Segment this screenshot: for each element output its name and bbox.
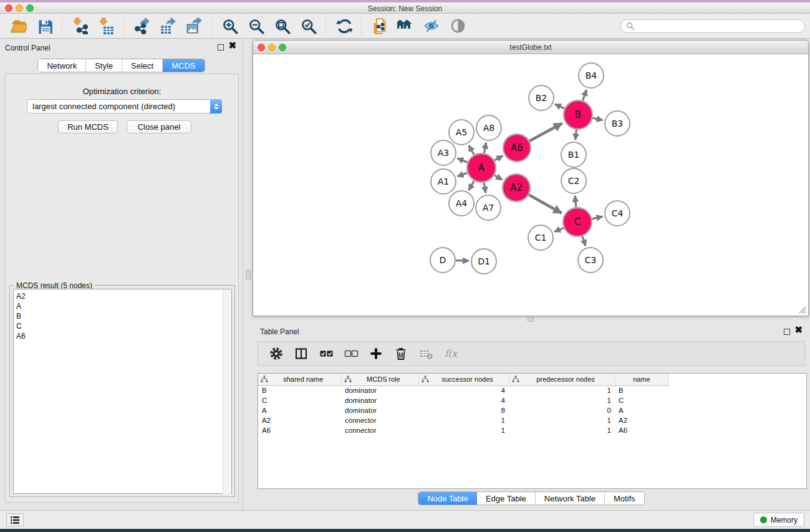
node-C[interactable]: C	[563, 208, 592, 236]
export-table-button[interactable]	[155, 16, 181, 37]
node-A4[interactable]: A4	[449, 191, 474, 216]
node-A7[interactable]: A7	[476, 195, 501, 220]
column-header-successor-nodes[interactable]: successor nodes	[418, 374, 509, 385]
export-network-button[interactable]	[128, 16, 155, 37]
cell-successor-nodes[interactable]: 8	[418, 405, 509, 415]
node-A1[interactable]: A1	[431, 169, 456, 194]
cell-successor-nodes[interactable]: 1	[418, 425, 509, 435]
cell-predecessor-nodes[interactable]: 1	[509, 385, 615, 395]
result-item[interactable]: A6	[16, 331, 231, 341]
cell-shared-name[interactable]: B	[258, 385, 341, 395]
node-B[interactable]: B	[564, 100, 592, 129]
cell-MCDS-role[interactable]: dominator	[341, 405, 418, 415]
table-row[interactable]: Adominator80A	[258, 405, 668, 415]
cell-shared-name[interactable]: A6	[258, 425, 341, 435]
node-C4[interactable]: C4	[605, 201, 630, 226]
edge-B-B3[interactable]	[592, 118, 602, 120]
zoom-in-button[interactable]	[216, 16, 243, 37]
select-all-button[interactable]	[316, 344, 337, 364]
node-B1[interactable]: B1	[561, 142, 586, 167]
node-A8[interactable]: A8	[476, 115, 501, 140]
edge-A-A2[interactable]	[494, 175, 503, 180]
resize-grip-icon[interactable]	[798, 305, 806, 314]
table-row[interactable]: A2connector11A2	[258, 415, 668, 425]
node-C2[interactable]: C2	[561, 168, 586, 193]
zoom-selected-button[interactable]	[295, 16, 321, 37]
result-item[interactable]: B	[16, 311, 231, 321]
tab-mcds[interactable]: MCDS	[163, 59, 204, 72]
tab-node-table[interactable]: Node Table	[418, 492, 477, 505]
float-panel-icon[interactable]	[218, 44, 224, 51]
tab-select[interactable]: Select	[122, 59, 163, 72]
search-box[interactable]	[620, 19, 805, 33]
node-D[interactable]: D	[430, 248, 455, 273]
edge-A-A4[interactable]	[469, 181, 475, 190]
cell-successor-nodes[interactable]: 1	[418, 415, 509, 425]
open-session-button[interactable]	[5, 16, 31, 37]
edge-C-C4[interactable]	[592, 216, 602, 219]
table-row[interactable]: A6connector11A6	[258, 425, 668, 435]
cell-name[interactable]: A2	[615, 415, 668, 425]
run-mcds-button[interactable]: Run MCDS	[58, 120, 118, 133]
node-A3[interactable]: A3	[431, 140, 456, 165]
close-panel-icon[interactable]: ✖	[228, 41, 236, 50]
node-B2[interactable]: B2	[529, 85, 554, 110]
edge-A-A6[interactable]	[494, 156, 503, 161]
tab-network-table[interactable]: Network Table	[536, 492, 605, 505]
cell-name[interactable]: C	[615, 395, 668, 405]
hide-panels-button[interactable]	[418, 16, 445, 37]
cell-name[interactable]: A	[615, 405, 668, 415]
cell-MCDS-role[interactable]: connector	[341, 415, 418, 425]
node-B4[interactable]: B4	[579, 63, 604, 88]
tab-motifs[interactable]: Motifs	[605, 492, 644, 505]
edge-D-D1[interactable]	[456, 261, 469, 261]
import-table-button[interactable]	[93, 16, 119, 37]
network-window-titlebar[interactable]: testGlobe.txt	[253, 41, 808, 54]
search-input[interactable]	[634, 22, 799, 31]
import-network-button[interactable]	[67, 16, 93, 37]
edge-C-C1[interactable]	[554, 228, 564, 231]
zoom-fit-button[interactable]	[269, 16, 295, 37]
cell-predecessor-nodes[interactable]: 0	[509, 405, 615, 415]
edge-A-A7[interactable]	[484, 183, 486, 193]
edge-B-B1[interactable]	[576, 130, 577, 140]
zoom-out-button[interactable]	[243, 16, 269, 37]
column-header-MCDS-role[interactable]: MCDS role	[341, 374, 418, 385]
result-scrollbar[interactable]	[223, 290, 231, 494]
edge-A-A3[interactable]	[457, 158, 467, 162]
result-item[interactable]: C	[16, 321, 231, 331]
cell-successor-nodes[interactable]: 4	[418, 395, 509, 405]
cell-shared-name[interactable]: C	[258, 395, 341, 405]
cell-MCDS-role[interactable]: dominator	[341, 385, 418, 395]
float-table-panel-icon[interactable]	[784, 329, 790, 335]
cell-name[interactable]: B	[615, 385, 668, 395]
node-table[interactable]: shared name MCDS role successor nodes pr…	[258, 373, 807, 489]
table-row[interactable]: Bdominator41B	[258, 385, 668, 395]
cell-shared-name[interactable]: A2	[258, 415, 341, 425]
cell-name[interactable]: A6	[615, 425, 668, 435]
cell-MCDS-role[interactable]: dominator	[341, 395, 418, 405]
network-canvas[interactable]: B4B2BB3A8A5A6A3B1AC2A1A2A4A7C4CC1C3DD1	[253, 54, 808, 316]
delete-row-button[interactable]	[390, 344, 412, 364]
split-divider-handle[interactable]	[246, 270, 251, 280]
node-A[interactable]: A	[467, 153, 496, 182]
table-row[interactable]: Cdominator41C	[258, 395, 668, 405]
memory-button[interactable]: Memory	[753, 513, 804, 527]
edge-C-C2[interactable]	[575, 196, 576, 207]
close-panel-button[interactable]: Close panel	[127, 120, 191, 133]
cell-successor-nodes[interactable]: 4	[418, 385, 509, 395]
node-D1[interactable]: D1	[471, 249, 496, 274]
tab-edge-table[interactable]: Edge Table	[477, 492, 536, 505]
close-table-panel-icon[interactable]: ✖	[794, 326, 803, 334]
node-C3[interactable]: C3	[578, 248, 603, 273]
export-image-button[interactable]	[181, 16, 207, 37]
edge-A-A5[interactable]	[469, 145, 475, 155]
horizontal-split-handle[interactable]	[528, 317, 534, 322]
edge-A-A8[interactable]	[484, 143, 486, 153]
edge-B-B2[interactable]	[555, 104, 564, 109]
node-A6[interactable]: A6	[503, 134, 531, 162]
column-header-shared-name[interactable]: shared name	[258, 374, 341, 385]
node-A5[interactable]: A5	[449, 120, 474, 145]
refresh-layout-button[interactable]	[330, 16, 357, 37]
tab-network[interactable]: Network	[38, 59, 86, 72]
